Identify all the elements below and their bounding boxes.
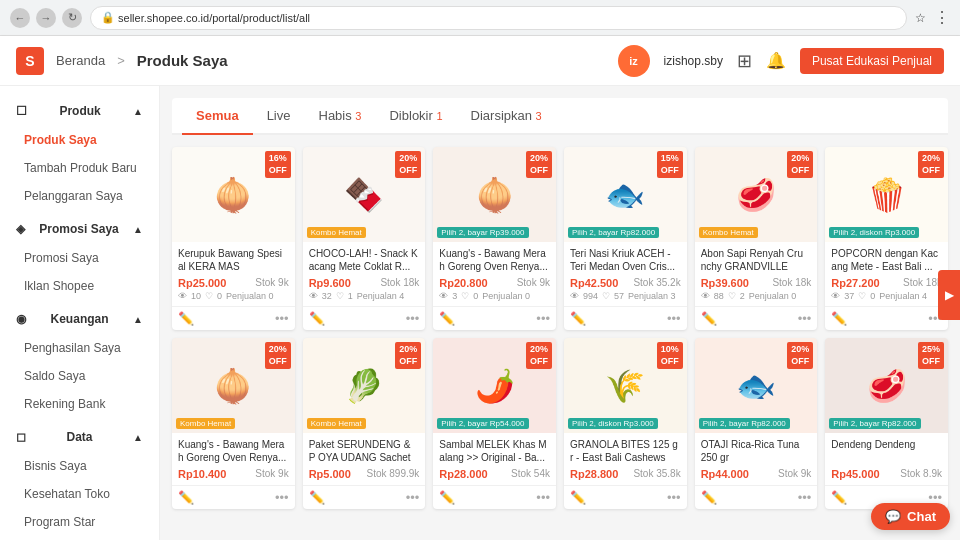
product-card[interactable]: 🌶️ 20%OFF Pilih 2, bayar Rp54.000 Sambal… (433, 338, 556, 509)
product-price: Rp5.000 (309, 468, 351, 480)
product-name: Dendeng Dendeng (831, 438, 942, 464)
product-name: Paket SERUNDENG & P OYA UDANG Sachet (309, 438, 420, 464)
sidebar-item-pelanggaran[interactable]: Pelanggaran Saya (0, 182, 159, 210)
heart-icon: ♡ (602, 291, 610, 301)
more-button[interactable]: ••• (667, 311, 681, 326)
heart-icon: ♡ (461, 291, 469, 301)
product-card[interactable]: 🧅 20%OFF Pilih 2, bayar Rp39.000 Kuang's… (433, 147, 556, 330)
product-card[interactable]: 🍿 20%OFF Pilih 2, diskon Rp3.000 POPCORN… (825, 147, 948, 330)
product-name: OTAJI Rica-Rica Tuna 250 gr (701, 438, 812, 464)
tab-habis-count: 3 (355, 110, 361, 122)
edit-button[interactable]: ✏️ (178, 490, 194, 505)
sidebar-section-header-keuangan[interactable]: ◉ Keuangan ▲ (0, 304, 159, 334)
edit-button[interactable]: ✏️ (309, 490, 325, 505)
shopee-logo: S (16, 47, 44, 75)
keuangan-icon: ◉ (16, 312, 26, 326)
more-button[interactable]: ••• (406, 490, 420, 505)
product-card[interactable]: 🥬 20%OFF Kombo Hemat Paket SERUNDENG & P… (303, 338, 426, 509)
back-button[interactable]: ← (10, 8, 30, 28)
tab-diblokir[interactable]: Diblokir 1 (375, 98, 456, 135)
product-card[interactable]: 🥩 20%OFF Kombo Hemat Abon Sapi Renyah Cr… (695, 147, 818, 330)
view-icon: 👁 (439, 291, 448, 301)
edit-button[interactable]: ✏️ (309, 311, 325, 326)
heart-icon: ♡ (858, 291, 866, 301)
product-card[interactable]: 🐟 20%OFF Pilih 2, bayar Rp82.000 OTAJI R… (695, 338, 818, 509)
edit-button[interactable]: ✏️ (439, 311, 455, 326)
product-card[interactable]: 🧅 20%OFF Kombo Hemat Kuang's - Bawang Me… (172, 338, 295, 509)
product-price: Rp20.800 (439, 277, 487, 289)
sidebar-section-header-produk[interactable]: ☐ Produk ▲ (0, 96, 159, 126)
edit-button[interactable]: ✏️ (831, 490, 847, 505)
more-button[interactable]: ••• (798, 490, 812, 505)
sidebar-item-penghasilan[interactable]: Penghasilan Saya (0, 334, 159, 362)
keuangan-label: Keuangan (51, 312, 109, 326)
sidebar-item-produk-saya[interactable]: Produk Saya (0, 126, 159, 154)
product-card[interactable]: 🐟 15%OFF Pilih 2, bayar Rp82.000 Teri Na… (564, 147, 687, 330)
top-nav: S Beranda > Produk Saya iz izishop.sby ⊞… (0, 36, 960, 86)
product-card[interactable]: 🌾 10%OFF Pilih 2, diskon Rp3.000 GRANOLA… (564, 338, 687, 509)
product-image: 🌾 10%OFF Pilih 2, diskon Rp3.000 (564, 338, 687, 433)
scroll-button[interactable]: ▶ (938, 270, 960, 320)
product-price: Rp10.400 (178, 468, 226, 480)
beranda-link[interactable]: Beranda (56, 53, 105, 68)
sidebar-item-rekening[interactable]: Rekening Bank (0, 390, 159, 418)
star-icon[interactable]: ☆ (915, 11, 926, 25)
tab-diarsipkan[interactable]: Diarsipkan 3 (457, 98, 556, 135)
tab-semua[interactable]: Semua (182, 98, 253, 135)
forward-button[interactable]: → (36, 8, 56, 28)
edit-button[interactable]: ✏️ (570, 490, 586, 505)
chat-bubble[interactable]: 💬 Chat (871, 503, 950, 530)
more-button[interactable]: ••• (798, 311, 812, 326)
browser-nav: ← → ↻ (10, 8, 82, 28)
edit-button[interactable]: ✏️ (570, 311, 586, 326)
edu-button[interactable]: Pusat Edukasi Penjual (800, 48, 944, 74)
edit-button[interactable]: ✏️ (439, 490, 455, 505)
sidebar-section-keuangan: ◉ Keuangan ▲ Penghasilan Saya Saldo Saya… (0, 304, 159, 418)
grid-icon[interactable]: ⊞ (737, 50, 752, 72)
more-button[interactable]: ••• (667, 490, 681, 505)
product-price: Rp27.200 (831, 277, 879, 289)
sidebar-section-produk: ☐ Produk ▲ Produk Saya Tambah Produk Bar… (0, 96, 159, 210)
product-info: POPCORN dengan Kac ang Mete - East Bali … (825, 242, 948, 306)
discount-badge: 20%OFF (918, 151, 944, 178)
tab-live[interactable]: Live (253, 98, 305, 135)
sidebar-item-iklan[interactable]: Iklan Shopee (0, 272, 159, 300)
discount-badge: 15%OFF (657, 151, 683, 178)
sidebar-item-kesehatan[interactable]: Kesehatan Toko (0, 480, 159, 508)
product-stats: 👁37 ♡0 Penjualan 4 (831, 291, 942, 301)
browser-menu-icon[interactable]: ⋮ (934, 8, 950, 27)
more-button[interactable]: ••• (275, 490, 289, 505)
more-button[interactable]: ••• (536, 490, 550, 505)
product-info: Kuang's - Bawang Mera h Goreng Oven Reny… (433, 242, 556, 306)
product-card[interactable]: 🧅 16%OFF Kerupuk Bawang Spesi al KERA MA… (172, 147, 295, 330)
url-bar[interactable]: 🔒 seller.shopee.co.id/portal/product/lis… (90, 6, 907, 30)
product-actions: ✏️ ••• (172, 485, 295, 509)
sidebar-item-tambah-produk[interactable]: Tambah Produk Baru (0, 154, 159, 182)
product-stock: Stok 18k (380, 277, 419, 288)
sidebar-item-bisnis[interactable]: Bisnis Saya (0, 452, 159, 480)
sidebar-item-program-star[interactable]: Program Star (0, 508, 159, 536)
refresh-button[interactable]: ↻ (62, 8, 82, 28)
more-button[interactable]: ••• (275, 311, 289, 326)
tab-diblokir-count: 1 (436, 110, 442, 122)
edit-button[interactable]: ✏️ (701, 490, 717, 505)
edit-button[interactable]: ✏️ (178, 311, 194, 326)
tab-habis[interactable]: Habis 3 (305, 98, 376, 135)
sidebar-item-promosi-saya[interactable]: Promosi Saya (0, 244, 159, 272)
url-text: seller.shopee.co.id/portal/product/list/… (118, 12, 310, 24)
bell-icon[interactable]: 🔔 (766, 51, 786, 70)
product-card[interactable]: 🍫 20%OFF Kombo Hemat CHOCO-LAH! - Snack … (303, 147, 426, 330)
sidebar-item-saldo[interactable]: Saldo Saya (0, 362, 159, 390)
sidebar-section-header-data[interactable]: ◻ Data ▲ (0, 422, 159, 452)
promo-tag: Pilih 2, diskon Rp3.000 (568, 418, 658, 429)
discount-badge: 20%OFF (395, 151, 421, 178)
more-button[interactable]: ••• (406, 311, 420, 326)
more-button[interactable]: ••• (536, 311, 550, 326)
edit-button[interactable]: ✏️ (831, 311, 847, 326)
sidebar-section-header-promosi[interactable]: ◈ Promosi Saya ▲ (0, 214, 159, 244)
view-icon: 👁 (701, 291, 710, 301)
like-count: 1 (348, 291, 353, 301)
product-image: 🥬 20%OFF Kombo Hemat (303, 338, 426, 433)
product-card[interactable]: 🥩 25%OFF Pilih 2, bayar Rp82.000 Dendeng… (825, 338, 948, 509)
edit-button[interactable]: ✏️ (701, 311, 717, 326)
